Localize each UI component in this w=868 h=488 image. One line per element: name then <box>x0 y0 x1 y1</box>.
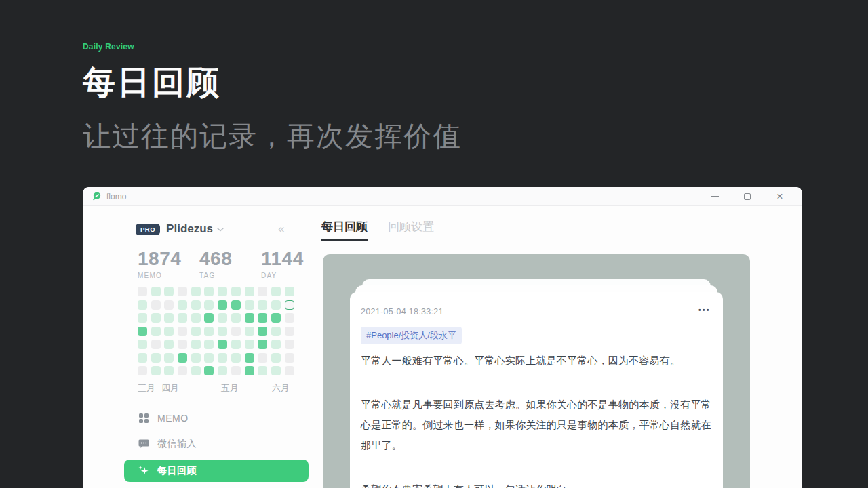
heatmap-cell <box>151 300 161 310</box>
sidebar: PRO Plidezus « 1874 MEMO 468 TAG <box>83 206 320 488</box>
stat-label: MEMO <box>138 272 199 279</box>
heatmap-cell <box>164 366 174 375</box>
heatmap-cell <box>191 327 201 336</box>
heatmap-cell <box>164 300 174 310</box>
wechat-chat-icon <box>138 439 149 449</box>
heatmap-cell <box>164 327 174 336</box>
heatmap-cell <box>191 300 201 310</box>
heatmap-cell <box>204 366 214 375</box>
heatmap-cell <box>285 340 294 349</box>
sidebar-item-wechat-input[interactable]: 微信输入 <box>124 431 309 456</box>
heatmap-cell <box>285 366 294 375</box>
memo-grid-icon <box>138 413 149 423</box>
heatmap-cell <box>138 287 147 296</box>
sidebar-item-label: MEMO <box>157 413 189 424</box>
heatmap-cell <box>231 353 241 363</box>
heatmap-month-labels: 三月 四月 五月 六月 <box>138 382 294 393</box>
heatmap-cell <box>204 327 214 336</box>
tab-bar: 每日回顾 回顾设置 <box>321 219 434 241</box>
heatmap-cell <box>191 313 201 323</box>
stat-label: TAG <box>199 272 261 279</box>
username: Plidezus <box>166 222 213 236</box>
page-subtitle: 让过往的记录，再次发挥价值 <box>83 118 462 155</box>
heatmap-cell <box>218 340 227 349</box>
memo-card-header: 2021-05-04 18:33:21 ••• <box>361 307 712 317</box>
heatmap-cell <box>245 287 254 296</box>
heatmap-cell <box>204 313 214 323</box>
heatmap-cell <box>204 287 214 296</box>
heatmap-cell <box>191 340 201 349</box>
minimize-icon <box>711 196 719 197</box>
close-button[interactable]: × <box>775 192 785 201</box>
heatmap-cell <box>231 327 241 336</box>
account-menu[interactable]: PRO Plidezus <box>136 222 224 236</box>
heatmap-cell <box>285 287 294 296</box>
stat-value: 1144 <box>261 248 323 270</box>
heatmap-cell <box>178 366 187 375</box>
heatmap-cell <box>164 313 174 323</box>
sidebar-item-daily-review[interactable]: 每日回顾 <box>124 460 309 482</box>
heatmap-cell <box>258 300 267 310</box>
sidebar-item-memo[interactable]: MEMO <box>124 405 309 430</box>
main-content: 每日回顾 回顾设置 2021-05-04 18:33:21 ••• #Peopl… <box>320 206 802 488</box>
heatmap-cell <box>138 300 147 310</box>
heatmap-cell <box>191 287 201 296</box>
window-body: PRO Plidezus « 1874 MEMO 468 TAG <box>83 206 802 488</box>
memo-body: 平常人一般难有平常心。平常心实际上就是不平常心，因为不容易有。 平常心就是凡事要… <box>361 350 712 488</box>
heatmap-cell <box>218 366 227 375</box>
heatmap-cell <box>178 300 187 310</box>
more-options-icon[interactable]: ••• <box>698 307 711 314</box>
window-titlebar: flomo × <box>83 187 802 206</box>
heatmap-cell <box>231 287 241 296</box>
heatmap-cell <box>245 313 254 323</box>
heatmap-cell <box>138 353 147 363</box>
sidebar-item-label: 每日回顾 <box>157 465 197 477</box>
heatmap-cell <box>245 340 254 349</box>
memo-card: 2021-05-04 18:33:21 ••• #People/投资人/段永平 … <box>350 292 723 488</box>
stat-memo: 1874 MEMO <box>138 248 199 279</box>
heatmap-cell <box>245 366 254 375</box>
sidebar-item-label: 微信输入 <box>157 438 197 450</box>
app-name: flomo <box>106 192 126 201</box>
stats-row: 1874 MEMO 468 TAG 1144 DAY <box>138 248 323 279</box>
minimize-button[interactable] <box>710 192 719 201</box>
window-controls: × <box>710 192 785 201</box>
memo-tag[interactable]: #People/投资人/段永平 <box>361 327 462 344</box>
tab-review-settings[interactable]: 回顾设置 <box>388 219 434 241</box>
heatmap-cell <box>285 313 294 323</box>
month-label: 六月 <box>272 382 290 394</box>
heatmap-cell <box>178 327 187 336</box>
heatmap-cell <box>271 287 281 296</box>
chevron-down-icon <box>217 228 224 232</box>
heatmap-cell <box>204 300 214 310</box>
activity-heatmap <box>138 287 294 375</box>
heatmap-cell <box>271 366 281 375</box>
maximize-icon <box>744 193 751 200</box>
heatmap-cell <box>178 313 187 323</box>
sparkle-icon <box>138 465 149 476</box>
page: Daily Review 每日回顾 让过往的记录，再次发挥价值 flomo × <box>0 0 868 488</box>
heatmap-cell <box>178 287 187 296</box>
stat-day: 1144 DAY <box>261 248 323 279</box>
month-label: 五月 <box>221 382 239 394</box>
heatmap-cell <box>178 340 187 349</box>
heatmap-cell <box>191 366 201 375</box>
app-window: flomo × PRO Plidezus « <box>83 187 802 488</box>
heatmap-cell <box>258 287 267 296</box>
heatmap-cell <box>204 353 214 363</box>
month-label: 三月 <box>138 382 155 394</box>
heatmap-cell <box>271 353 281 363</box>
review-panel: 2021-05-04 18:33:21 ••• #People/投资人/段永平 … <box>323 254 750 488</box>
heatmap-cell <box>258 313 267 323</box>
pro-badge: PRO <box>136 224 160 235</box>
heatmap-cell <box>271 327 281 336</box>
hero-section: Daily Review 每日回顾 让过往的记录，再次发挥价值 <box>83 42 462 155</box>
heatmap-cell <box>218 313 227 323</box>
tab-daily-review[interactable]: 每日回顾 <box>321 219 368 241</box>
maximize-button[interactable] <box>743 192 752 201</box>
collapse-sidebar-button[interactable]: « <box>278 222 283 236</box>
stat-tag: 468 TAG <box>199 248 261 279</box>
heatmap-cell <box>151 287 161 296</box>
heatmap-cell <box>218 327 227 336</box>
heatmap-cell <box>151 366 161 375</box>
